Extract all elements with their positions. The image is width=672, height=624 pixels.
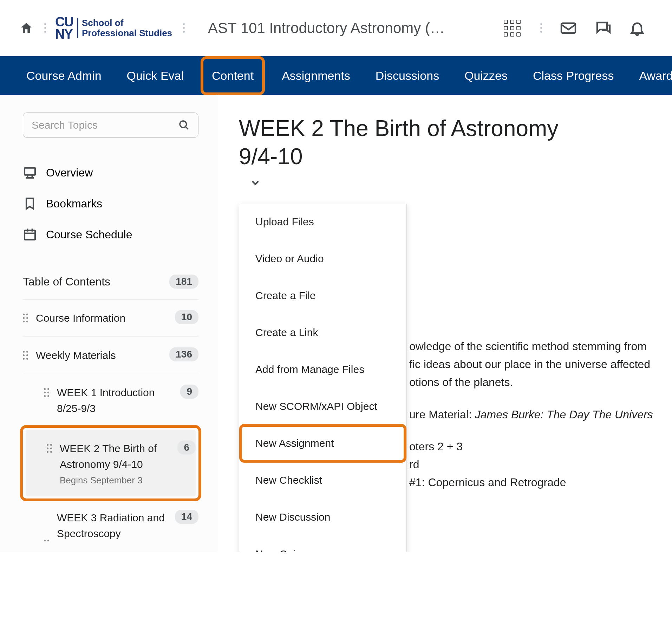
page-title: WEEK 2 The Birth of Astronomy 9/4-10 — [239, 114, 590, 171]
mail-icon[interactable] — [560, 20, 577, 37]
svg-point-1 — [180, 121, 187, 128]
highlight-annotation: WEEK 2 The Birth of Astronomy 9/4-10 Beg… — [20, 425, 201, 501]
calendar-icon — [23, 227, 37, 242]
drag-handle-icon[interactable] — [44, 540, 49, 541]
toc-course-information[interactable]: Course Information 10 — [23, 300, 198, 337]
separator-icon — [42, 21, 46, 35]
topbar-icons — [504, 20, 646, 37]
drag-handle-icon[interactable] — [23, 314, 28, 322]
menu-create-link[interactable]: Create a Link — [239, 313, 406, 352]
nav-quick-eval[interactable]: Quick Eval — [123, 67, 188, 85]
toc-weekly-materials[interactable]: Weekly Materials 136 — [23, 337, 198, 374]
upload-create-menu: Upload Files Video or Audio Create a Fil… — [239, 204, 407, 552]
separator-icon — [538, 21, 542, 35]
search-input[interactable] — [32, 119, 178, 131]
overview-icon — [23, 166, 37, 180]
toc-week-3[interactable]: WEEK 3 Radiation and Spectroscopy 14 — [23, 499, 198, 552]
drag-handle-icon[interactable] — [47, 444, 52, 453]
apps-icon[interactable] — [504, 20, 521, 37]
bookmarks-label: Bookmarks — [46, 197, 102, 210]
content-area: WEEK 2 The Birth of Astronomy 9/4-10 owl… — [218, 95, 672, 552]
menu-new-scorm[interactable]: New SCORM/xAPI Object — [239, 387, 406, 426]
chevron-down-icon — [249, 177, 261, 189]
toc-label: Table of Contents — [23, 275, 110, 288]
topbar: CUNY School of Professional Studies AST … — [0, 0, 672, 56]
toc-header[interactable]: Table of Contents 181 — [23, 264, 198, 300]
schedule-link[interactable]: Course Schedule — [23, 219, 198, 250]
nav-class-progress[interactable]: Class Progress — [529, 67, 618, 85]
nav-awards[interactable]: Awards — [636, 67, 672, 85]
home-icon[interactable] — [19, 21, 33, 35]
menu-video-audio[interactable]: Video or Audio — [239, 239, 406, 278]
search-topics[interactable] — [23, 112, 198, 138]
nav-content[interactable]: Content — [201, 56, 265, 95]
search-icon[interactable] — [178, 120, 190, 131]
nav-assignments[interactable]: Assignments — [278, 67, 354, 85]
nav-discussions[interactable]: Discussions — [372, 67, 443, 85]
toc-item-label: Course Information — [36, 310, 167, 326]
logo-text: School of Professional Studies — [77, 18, 172, 38]
drag-handle-icon[interactable] — [23, 351, 28, 360]
toc-week-2[interactable]: WEEK 2 The Birth of Astronomy 9/4-10 Beg… — [26, 430, 196, 496]
overview-label: Overview — [46, 166, 93, 179]
bookmark-icon — [23, 197, 37, 211]
toc-item-subtext: Begins September 3 — [60, 475, 170, 486]
toc-count-badge: 181 — [169, 275, 198, 289]
toc-item-count: 9 — [180, 385, 198, 399]
menu-new-quiz[interactable]: New Quiz — [239, 535, 406, 552]
bell-icon[interactable] — [629, 20, 646, 37]
toc-item-count: 6 — [177, 440, 196, 455]
nav-course-admin[interactable]: Course Admin — [23, 67, 105, 85]
main-layout: Overview Bookmarks Course Schedule Table… — [0, 95, 672, 552]
org-logo[interactable]: CUNY School of Professional Studies — [55, 16, 172, 40]
toc-item-label: Weekly Materials — [36, 347, 162, 363]
logo-mark: CUNY — [55, 16, 73, 40]
toc-item-label: WEEK 2 The Birth of Astronomy 9/4-10 — [60, 440, 170, 472]
svg-rect-0 — [561, 23, 575, 33]
toc-week-1[interactable]: WEEK 1 Introduction 8/25-9/3 9 — [23, 374, 198, 427]
toc-item-label: WEEK 1 Introduction 8/25-9/3 — [57, 385, 172, 416]
module-body-text: owledge of the scientific method stemmin… — [409, 337, 672, 491]
menu-add-manage-files[interactable]: Add from Manage Files — [239, 350, 406, 389]
course-navbar: Course Admin Quick Eval Content Assignme… — [0, 56, 672, 95]
bookmarks-link[interactable]: Bookmarks — [23, 188, 198, 219]
toc-item-count: 10 — [175, 310, 198, 324]
menu-upload-files[interactable]: Upload Files — [239, 202, 406, 241]
toc-item-count: 136 — [169, 347, 198, 361]
svg-rect-3 — [25, 168, 35, 175]
toc-item-count: 14 — [175, 510, 198, 524]
chat-icon[interactable] — [594, 20, 611, 37]
menu-new-assignment[interactable]: New Assignment — [239, 424, 406, 463]
toc-item-label: WEEK 3 Radiation and Spectroscopy — [57, 510, 167, 541]
separator-icon — [181, 21, 185, 35]
schedule-label: Course Schedule — [46, 228, 132, 241]
content-sidebar: Overview Bookmarks Course Schedule Table… — [0, 95, 218, 552]
overview-link[interactable]: Overview — [23, 157, 198, 188]
svg-line-2 — [185, 127, 188, 129]
drag-handle-icon[interactable] — [44, 388, 49, 397]
course-title[interactable]: AST 101 Introductory Astronomy (… — [208, 20, 495, 37]
menu-new-checklist[interactable]: New Checklist — [239, 461, 406, 500]
menu-new-discussion[interactable]: New Discussion — [239, 498, 406, 536]
svg-rect-7 — [25, 230, 35, 240]
menu-create-file[interactable]: Create a File — [239, 276, 406, 315]
nav-quizzes[interactable]: Quizzes — [461, 67, 511, 85]
title-actions-caret[interactable] — [249, 177, 672, 190]
